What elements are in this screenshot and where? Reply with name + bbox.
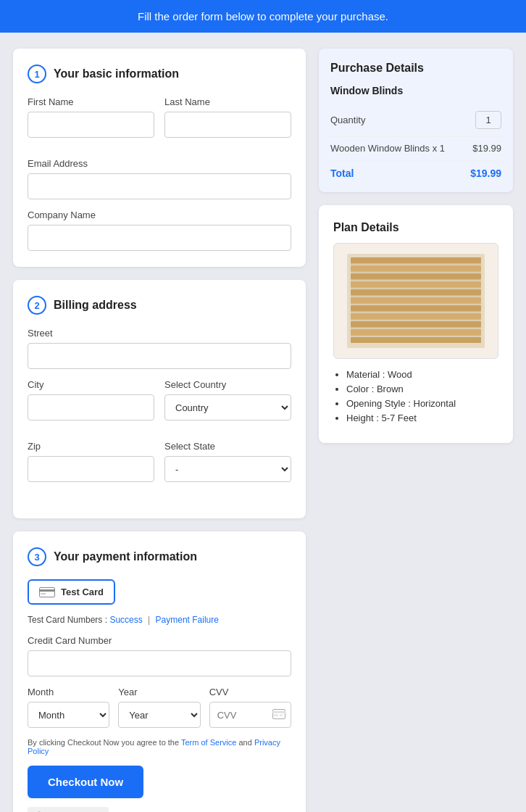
- svg-rect-25: [351, 295, 481, 297]
- name-row: First Name Last Name: [28, 96, 291, 148]
- year-select[interactable]: Year 202420252026 2027202820292030: [118, 702, 200, 728]
- card-number-input[interactable]: [28, 650, 291, 676]
- month-select[interactable]: Month 01020304 05060708 09101112: [28, 702, 109, 728]
- banner-text: Fill the order form below to complete yo…: [138, 10, 388, 22]
- plan-image: [333, 243, 498, 359]
- svg-rect-5: [274, 714, 278, 716]
- svg-rect-22: [351, 271, 481, 273]
- plan-details-list: Material : Wood Color : Brown Opening St…: [333, 369, 498, 423]
- email-input[interactable]: [28, 173, 291, 199]
- svg-rect-20: [351, 337, 481, 343]
- state-select[interactable]: - Alabama Alaska California New York Tex…: [164, 456, 291, 482]
- svg-rect-4: [272, 711, 285, 713]
- last-name-input[interactable]: [164, 112, 291, 138]
- last-name-label: Last Name: [164, 96, 291, 107]
- failure-link[interactable]: Payment Failure: [156, 615, 219, 625]
- zip-input[interactable]: [28, 456, 154, 482]
- year-group: Year Year 202420252026 2027202820292030: [118, 687, 200, 728]
- billing-section: 2 Billing address Street City Select Cou…: [13, 280, 306, 518]
- total-price: $19.99: [470, 167, 501, 179]
- svg-rect-15: [351, 297, 481, 303]
- basic-info-title: 1 Your basic information: [28, 65, 291, 83]
- svg-rect-17: [351, 313, 481, 319]
- payment-title: 3 Your payment information: [28, 547, 291, 566]
- test-card-note: Test Card Numbers : Success | Payment Fa…: [28, 615, 291, 625]
- cvv-group: CVV: [209, 687, 291, 728]
- svg-rect-0: [40, 587, 55, 597]
- checkout-button[interactable]: Checkout Now: [28, 766, 143, 798]
- zip-label: Zip: [28, 441, 154, 452]
- svg-rect-6: [280, 714, 283, 716]
- company-input[interactable]: [28, 225, 291, 251]
- month-label: Month: [28, 687, 109, 697]
- step-2-circle: 2: [28, 296, 46, 315]
- street-input[interactable]: [28, 343, 291, 369]
- terms-text: By clicking Checkout Now you agree to th…: [28, 738, 291, 755]
- list-item: Material : Wood: [346, 369, 498, 380]
- plan-details-card: Plan Details: [319, 205, 513, 443]
- purchase-details-title: Purchase Details: [330, 62, 501, 75]
- card-number-group: Credit Card Number: [28, 635, 291, 676]
- company-group: Company Name: [28, 210, 291, 251]
- basic-info-section: 1 Your basic information First Name Last…: [13, 49, 306, 267]
- svg-rect-27: [351, 311, 481, 312]
- city-group: City: [28, 379, 154, 420]
- quantity-row: Quantity 1: [330, 111, 501, 129]
- svg-rect-21: [351, 263, 481, 265]
- quantity-value: 1: [475, 111, 501, 129]
- list-item: Opening Style : Horizontal: [346, 398, 498, 409]
- svg-rect-2: [41, 593, 46, 594]
- zip-state-row: Zip Select State - Alabama Alaska Califo…: [28, 441, 291, 492]
- last-name-group: Last Name: [164, 96, 291, 148]
- first-name-input[interactable]: [28, 112, 154, 138]
- total-label: Total: [330, 167, 354, 179]
- svg-rect-29: [351, 327, 481, 328]
- card-icon: [39, 587, 55, 597]
- left-column: 1 Your basic information First Name Last…: [13, 49, 306, 812]
- year-label: Year: [118, 687, 200, 697]
- line-item-label: Wooden Window Blinds x 1: [330, 143, 445, 154]
- basic-info-label: Your basic information: [54, 67, 179, 80]
- payment-label: Your payment information: [54, 550, 197, 563]
- svg-rect-19: [351, 329, 481, 335]
- test-card-button[interactable]: Test Card: [28, 579, 115, 605]
- list-item: Height : 5-7 Feet: [346, 413, 498, 423]
- product-name: Window Blinds: [330, 85, 501, 102]
- expiry-cvv-row: Month Month 01020304 05060708 09101112 Y…: [28, 687, 291, 728]
- total-row: Total $19.99: [330, 167, 501, 179]
- city-input[interactable]: [28, 394, 154, 420]
- cvv-icon: [272, 709, 285, 721]
- first-name-group: First Name: [28, 96, 154, 138]
- step-1-circle: 1: [28, 65, 46, 83]
- first-name-label: First Name: [28, 96, 154, 107]
- purchase-details-card: Purchase Details Window Blinds Quantity …: [319, 49, 513, 192]
- divider-2: [330, 161, 501, 162]
- payment-section: 3 Your payment information Test Card Tes…: [13, 531, 306, 812]
- country-group: Select Country Country United States Uni…: [164, 379, 291, 431]
- state-group: Select State - Alabama Alaska California…: [164, 441, 291, 492]
- success-link[interactable]: Success: [109, 615, 142, 625]
- quantity-label: Quantity: [330, 115, 365, 125]
- billing-title: 2 Billing address: [28, 296, 291, 315]
- divider: [330, 136, 501, 137]
- svg-rect-26: [351, 303, 481, 304]
- country-label: Select Country: [164, 379, 291, 390]
- card-number-label: Credit Card Number: [28, 635, 291, 646]
- plan-details-title: Plan Details: [333, 221, 498, 234]
- pipe-separator: |: [148, 615, 150, 625]
- step-3-circle: 3: [28, 547, 46, 566]
- blinds-image: [343, 250, 488, 352]
- right-column: Purchase Details Window Blinds Quantity …: [319, 49, 513, 443]
- country-select[interactable]: Country United States United Kingdom Can…: [164, 394, 291, 420]
- month-group: Month Month 01020304 05060708 09101112: [28, 687, 109, 728]
- test-card-label: Test Card: [61, 587, 104, 597]
- company-label: Company Name: [28, 210, 291, 220]
- city-country-row: City Select Country Country United State…: [28, 379, 291, 431]
- secure-badge: Secure server: [28, 807, 109, 812]
- terms-link[interactable]: Term of Service: [181, 738, 236, 747]
- svg-rect-28: [351, 319, 481, 320]
- svg-rect-10: [351, 257, 481, 263]
- cvv-label: CVV: [209, 687, 291, 697]
- line-item-price: $19.99: [472, 143, 501, 154]
- svg-rect-1: [39, 589, 55, 592]
